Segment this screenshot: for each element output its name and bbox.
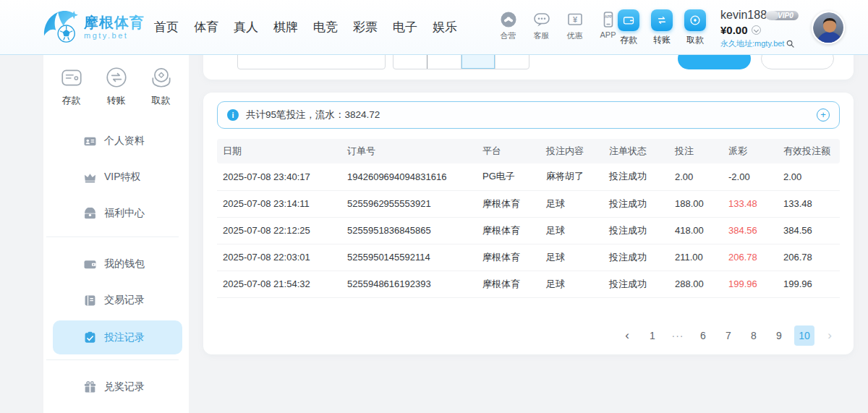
cell-bet-content: 足球 [540, 217, 603, 244]
cell-bet-content: 麻将胡了 [540, 163, 603, 190]
sidebar-item-welfare[interactable]: 福利中心 [43, 195, 189, 231]
cell-date: 2025-07-08 23:14:11 [217, 190, 341, 217]
username[interactable]: kevin188 [720, 9, 767, 22]
cell-order-id: 5255948616192393 [341, 271, 477, 297]
main-nav: 首页体育真人棋牌电竞彩票电子娱乐 [154, 0, 457, 54]
cell-bet-amount: 418.00 [669, 217, 723, 244]
sidebar: 存款 转账 取款 [43, 55, 189, 413]
user-avatar[interactable] [812, 11, 845, 44]
cell-date: 2025-07-08 22:03:01 [217, 244, 341, 271]
cell-bet-amount: 188.00 [669, 190, 723, 217]
bet-records-icon [84, 331, 96, 344]
sidebar-withdraw-button[interactable]: 取款 [145, 65, 178, 116]
cell-order-id: 5255962955553921 [341, 190, 477, 217]
menu-label: VIP特权 [104, 171, 141, 184]
user-info: kevin188 VIP0 ¥0.00 永久地址:mgty.bet [720, 9, 811, 49]
table-row[interactable]: 2025-07-08 21:54:32 5255948616192393 摩根体… [217, 271, 840, 297]
table-row[interactable]: 2025-07-08 22:03:01 5255950145592114 摩根体… [217, 244, 840, 271]
welfare-icon [84, 208, 96, 220]
pagination-page[interactable]: 6 [693, 325, 713, 346]
nav-item[interactable]: 电子 [393, 19, 417, 35]
sidebar-transfer-button[interactable]: 转账 [100, 65, 133, 116]
cell-order-id: 5255951836845865 [341, 217, 477, 244]
sidebar-item-wallet[interactable]: 我的钱包 [43, 246, 189, 282]
profile-icon [84, 135, 96, 148]
bet-table-body: 2025-07-08 23:40:17 1942609694094831616 … [217, 163, 840, 297]
support-chat-icon [533, 11, 550, 28]
sidebar-item-profile[interactable]: 个人资料 [43, 123, 189, 159]
col-date: 日期 [217, 139, 341, 163]
cell-date: 2025-07-08 22:12:25 [217, 217, 341, 244]
customer-service-link[interactable]: 客服 [529, 11, 553, 41]
summary-text: 共计95笔投注，流水：3824.72 [246, 108, 380, 122]
pagination-ellipsis: ··· [668, 325, 688, 346]
action-label: 转账 [653, 34, 671, 46]
sidebar-item-bet-records[interactable]: 投注记录 [53, 320, 182, 354]
nav-item[interactable]: 娱乐 [433, 19, 457, 35]
pagination-next[interactable]: › [820, 325, 840, 346]
cell-status: 投注成功 [603, 190, 669, 217]
service-label: 客服 [534, 30, 550, 41]
pagination-page[interactable]: 9 [769, 325, 789, 346]
cell-date: 2025-07-08 21:54:32 [217, 271, 341, 297]
table-header-row: 日期 订单号 平台 投注内容 注单状态 投注 派彩 有效投注额 [217, 139, 840, 163]
withdraw-button[interactable]: 取款 [684, 9, 707, 46]
permanent-address[interactable]: 永久地址:mgty.bet [720, 38, 784, 49]
cell-status: 投注成功 [603, 271, 669, 297]
nav-item[interactable]: 真人 [234, 19, 258, 35]
balance-dropdown-icon[interactable] [752, 25, 761, 35]
summary-bar: i 共计95笔投注，流水：3824.72 + [217, 101, 840, 129]
pagination-prev[interactable]: ‹ [617, 325, 637, 346]
transfer-icon [651, 9, 673, 31]
table-row[interactable]: 2025-07-08 22:12:25 5255951836845865 摩根体… [217, 217, 840, 244]
nav-item[interactable]: 彩票 [353, 19, 378, 35]
pagination-page[interactable]: 8 [744, 325, 764, 346]
pagination-page[interactable]: 10 [794, 325, 814, 346]
col-platform: 平台 [477, 139, 540, 163]
pagination-page[interactable]: 1 [642, 325, 663, 346]
withdraw-outline-icon [149, 65, 174, 90]
quick-label: 转账 [100, 94, 133, 107]
logo-m-football-icon [42, 9, 80, 44]
transfer-button[interactable]: 转账 [650, 9, 673, 46]
betting-records-page: 摩根体育 mgty.bet 首页体育真人棋牌电竞彩票电子娱乐 合营 [0, 0, 868, 413]
nav-item[interactable]: 电竞 [313, 19, 338, 35]
header-services: 合营 客服 ¥ 优惠 [496, 11, 620, 41]
cell-payout: 206.78 [723, 244, 778, 271]
expand-plus-icon[interactable]: + [817, 108, 830, 122]
sidebar-item-redeem-records[interactable]: 兑奖记录 [43, 369, 189, 405]
col-payout: 派彩 [723, 139, 778, 163]
cell-bet-amount: 211.00 [669, 244, 723, 271]
brand-logo[interactable]: 摩根体育 mgty.bet [42, 9, 145, 44]
brand-domain: mgty.bet [84, 31, 145, 40]
cell-bet-amount: 2.00 [669, 163, 723, 190]
sidebar-deposit-button[interactable]: 存款 [55, 65, 88, 116]
magnifier-icon[interactable] [786, 40, 794, 48]
menu-label: 交易记录 [104, 294, 145, 307]
sidebar-item-transactions[interactable]: 交易记录 [43, 282, 189, 318]
deposit-button[interactable]: 存款 [617, 9, 640, 46]
promotions-link[interactable]: ¥ 优惠 [563, 11, 587, 41]
cell-status: 投注成功 [603, 217, 669, 244]
partner-link[interactable]: 合营 [496, 11, 520, 41]
table-row[interactable]: 2025-07-08 23:14:11 5255962955553921 摩根体… [217, 190, 840, 217]
col-order-id: 订单号 [341, 139, 477, 163]
menu-label: 我的钱包 [104, 257, 145, 271]
pagination-page[interactable]: 7 [718, 325, 739, 346]
transactions-icon [84, 294, 96, 307]
sidebar-divider [46, 359, 179, 360]
nav-item[interactable]: 体育 [194, 19, 218, 35]
header-quick-actions: 存款 转账 取款 [617, 9, 707, 46]
sidebar-item-vip[interactable]: VIP特权 [43, 159, 189, 195]
cell-platform: PG电子 [477, 163, 540, 190]
cell-status: 投注成功 [603, 244, 669, 271]
cell-valid-amount: 133.48 [778, 190, 840, 217]
bet-records-table: 日期 订单号 平台 投注内容 注单状态 投注 派彩 有效投注额 2025-07-… [217, 139, 840, 298]
vip-badge[interactable]: VIP0 [770, 11, 799, 20]
redeem-icon [84, 381, 96, 393]
nav-item[interactable]: 首页 [154, 19, 179, 35]
withdraw-icon [684, 9, 706, 31]
promo-coupon-icon: ¥ [566, 11, 584, 28]
nav-item[interactable]: 棋牌 [273, 19, 298, 35]
table-row[interactable]: 2025-07-08 23:40:17 1942609694094831616 … [217, 163, 840, 190]
